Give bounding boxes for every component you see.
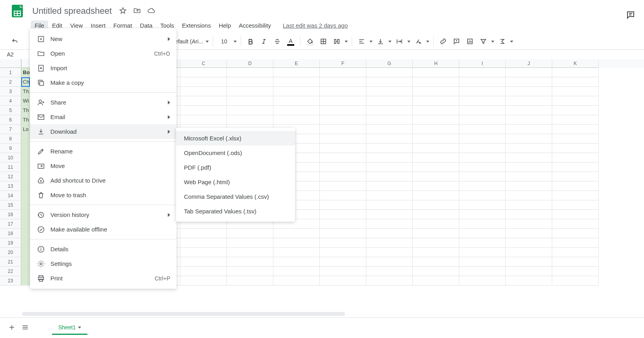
row-header[interactable]: 14	[0, 191, 21, 200]
text-wrap-button[interactable]	[394, 36, 405, 47]
add-sheet-button[interactable]	[8, 323, 16, 332]
cell[interactable]	[227, 96, 273, 106]
merge-cells-button[interactable]	[331, 36, 342, 47]
cell[interactable]	[506, 125, 552, 134]
cell[interactable]	[552, 172, 599, 181]
download-option[interactable]: Tab Separated Values (.tsv)	[176, 204, 295, 218]
cell[interactable]	[227, 257, 273, 267]
cell[interactable]	[273, 106, 320, 115]
cell[interactable]	[459, 134, 506, 144]
cell[interactable]	[459, 219, 506, 229]
cell[interactable]	[413, 115, 459, 125]
cell[interactable]	[180, 257, 227, 267]
cell[interactable]	[21, 276, 30, 286]
cell[interactable]	[459, 238, 506, 248]
cell[interactable]	[366, 144, 413, 153]
sheets-logo-icon[interactable]	[9, 3, 25, 19]
cell[interactable]	[459, 172, 506, 181]
font-family-select[interactable]: Default (Ari...	[171, 38, 209, 45]
cell[interactable]	[273, 229, 320, 238]
column-header[interactable]: D	[227, 59, 273, 68]
download-option[interactable]: Microsoft Excel (.xlsx)	[176, 131, 295, 146]
row-header[interactable]: 4	[0, 96, 21, 106]
cell[interactable]	[227, 87, 273, 96]
cell[interactable]	[459, 115, 506, 125]
cell[interactable]	[459, 106, 506, 115]
cell[interactable]	[506, 162, 552, 172]
all-sheets-button[interactable]	[21, 323, 29, 332]
cell[interactable]	[320, 191, 366, 200]
cell[interactable]	[552, 115, 599, 125]
download-option[interactable]: Web Page (.html)	[176, 175, 295, 189]
cell[interactable]	[552, 210, 599, 219]
cell[interactable]	[21, 153, 30, 162]
cell[interactable]	[366, 172, 413, 181]
row-header[interactable]: 12	[0, 172, 21, 181]
file-menu-move[interactable]: Move	[30, 159, 176, 173]
cell[interactable]	[506, 219, 552, 229]
cell[interactable]	[413, 172, 459, 181]
cell[interactable]	[506, 134, 552, 144]
cell[interactable]	[227, 276, 273, 286]
cell[interactable]	[366, 219, 413, 229]
sheet-tab[interactable]: Sheet1	[52, 321, 87, 335]
row-header[interactable]: 3	[0, 87, 21, 96]
cell[interactable]	[413, 144, 459, 153]
menu-help[interactable]: Help	[215, 21, 235, 30]
cell[interactable]	[366, 115, 413, 125]
star-icon[interactable]	[119, 7, 127, 16]
cell[interactable]	[459, 210, 506, 219]
cell[interactable]	[459, 257, 506, 267]
cell[interactable]	[552, 219, 599, 229]
cell[interactable]	[227, 68, 273, 77]
bold-button[interactable]	[245, 36, 256, 47]
font-size-select[interactable]: 10	[217, 38, 237, 45]
column-header[interactable]: C	[180, 59, 227, 68]
file-menu-email[interactable]: Email	[30, 110, 176, 124]
cell[interactable]	[413, 200, 459, 210]
cell[interactable]	[552, 96, 599, 106]
row-header[interactable]: 16	[0, 210, 21, 219]
cell[interactable]	[552, 248, 599, 257]
cell[interactable]	[366, 162, 413, 172]
cell[interactable]	[413, 257, 459, 267]
cell[interactable]	[227, 267, 273, 276]
cell[interactable]	[413, 229, 459, 238]
cell[interactable]	[552, 238, 599, 248]
cell[interactable]	[506, 248, 552, 257]
cell[interactable]	[413, 181, 459, 191]
cell[interactable]	[366, 68, 413, 77]
cell[interactable]	[552, 162, 599, 172]
cell[interactable]	[320, 181, 366, 191]
cell[interactable]	[506, 200, 552, 210]
cell[interactable]	[21, 144, 30, 153]
cell[interactable]	[180, 106, 227, 115]
cell[interactable]	[273, 96, 320, 106]
cell[interactable]	[506, 229, 552, 238]
cell[interactable]	[413, 106, 459, 115]
cell[interactable]	[552, 200, 599, 210]
cell[interactable]	[21, 162, 30, 172]
cell[interactable]	[21, 210, 30, 219]
horizontal-scrollbar[interactable]	[22, 312, 345, 316]
file-menu-move-to-trash[interactable]: Move to trash	[30, 188, 176, 202]
row-header[interactable]: 11	[0, 162, 21, 172]
row-header[interactable]: 9	[0, 144, 21, 153]
cell[interactable]	[459, 144, 506, 153]
file-menu-details[interactable]: Details	[30, 242, 176, 256]
text-rotation-button[interactable]	[413, 36, 424, 47]
cell[interactable]	[320, 267, 366, 276]
cell[interactable]	[366, 248, 413, 257]
cell[interactable]	[320, 125, 366, 134]
column-header[interactable]: K	[552, 59, 599, 68]
cell[interactable]	[413, 210, 459, 219]
column-header[interactable]: F	[320, 59, 366, 68]
cell[interactable]	[21, 257, 30, 267]
row-header[interactable]: 2	[0, 77, 21, 87]
caret-down-icon[interactable]	[426, 41, 429, 43]
row-header[interactable]: 23	[0, 276, 21, 286]
cell[interactable]	[366, 106, 413, 115]
cell[interactable]	[552, 267, 599, 276]
cell[interactable]	[320, 210, 366, 219]
cell[interactable]	[21, 181, 30, 191]
